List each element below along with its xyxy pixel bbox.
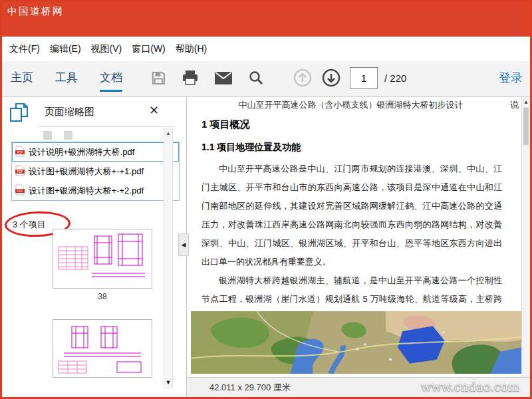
page-dimensions-label: 42.011 x 29.700 厘米 <box>209 382 291 394</box>
toolbar-icons <box>151 70 264 86</box>
paragraph-1: 中山至开平高速公路是中山、江门两市规划的连接港澳、深圳、中山、江门主城区、开平市… <box>201 160 502 271</box>
doc-scroll-up-icon[interactable]: ▲ <box>522 99 530 105</box>
file-name: 设计图+银洲湖特大桥+-+1.pdf <box>29 166 144 178</box>
file-name: 设计说明+银洲湖特大桥.pdf <box>29 146 134 158</box>
menu-help[interactable]: 帮助(H) <box>176 43 207 55</box>
collapse-panel-button[interactable]: ◀ <box>178 233 189 256</box>
map-image <box>191 311 521 374</box>
site-watermark-top: 中国道桥网 <box>7 5 64 18</box>
scrollbar-thumb[interactable] <box>523 108 529 145</box>
page-total-label: / 220 <box>384 72 406 84</box>
svg-text:PDF: PDF <box>17 170 23 173</box>
close-icon[interactable]: ✕ <box>149 103 159 118</box>
save-icon[interactable] <box>151 70 166 86</box>
menu-file[interactable]: 文件(F) <box>9 43 40 55</box>
menu-view[interactable]: 视图(V) <box>91 43 122 55</box>
file-list: PDF 设计说明+银洲湖特大桥.pdf PDF 设计图+银洲湖特大桥+-+1.p… <box>11 142 180 201</box>
title-bar: 中国道桥网 <box>2 2 530 37</box>
pdf-icon: PDF <box>15 146 25 159</box>
app-window: 中国道桥网 文件(F) 编辑(E) 视图(V) 窗口(W) 帮助(H) 主页 工… <box>0 0 532 399</box>
document-view: 中山至开平高速公路（含小榄支线）银洲湖特大桥初步设计 说 1 项目概况 1.1 … <box>188 97 530 377</box>
thumbnail-page-number: 38 <box>53 292 152 301</box>
svg-text:PDF: PDF <box>17 150 23 154</box>
search-icon[interactable] <box>248 70 264 86</box>
running-header: 中山至开平高速公路（含小榄支线）银洲湖特大桥初步设计 <box>200 99 502 111</box>
scroll-down-icon[interactable]: ▼ <box>164 379 172 386</box>
previous-page-icon[interactable] <box>293 68 312 90</box>
section-heading: 1 项目概况 <box>201 118 250 131</box>
main-toolbar: 主页 工具 文档 / 220 登录 <box>2 61 530 97</box>
file-list-item[interactable]: PDF 设计说明+银洲湖特大桥.pdf <box>12 142 179 162</box>
pdf-icon: PDF <box>15 165 25 178</box>
menu-bar: 文件(F) 编辑(E) 视图(V) 窗口(W) 帮助(H) <box>2 37 530 61</box>
menu-window[interactable]: 窗口(W) <box>132 43 166 55</box>
subsection-heading: 1.1 项目地理位置及功能 <box>201 142 301 154</box>
page-number-input[interactable] <box>350 67 378 89</box>
workspace: 页面缩略图 ✕ PDF 设计说明+银洲湖特大桥.pdf PDF 设计图+银洲湖特… <box>2 97 530 397</box>
tab-tools[interactable]: 工具 <box>55 70 78 92</box>
pdf-icon: PDF <box>15 184 25 198</box>
menu-edit[interactable]: 编辑(E) <box>50 43 81 55</box>
file-list-item[interactable]: PDF 设计图+银洲湖特大桥+-+2.pdf <box>12 181 179 200</box>
next-page-icon[interactable] <box>322 68 340 90</box>
svg-text:PDF: PDF <box>17 189 23 192</box>
page-thumbnail-partial[interactable] <box>53 319 152 378</box>
scroll-up-icon[interactable]: ▲ <box>164 130 172 136</box>
item-count: 3 个项目 <box>13 219 46 231</box>
site-watermark-bottom: www.cndao.com <box>421 380 519 394</box>
collapse-arrow-icon: ◀ <box>182 241 186 248</box>
page-thumbnails-icon[interactable] <box>9 102 29 126</box>
document-scrollbar[interactable]: ▲ <box>521 97 530 377</box>
body-text: 中山至开平高速公路是中山、江门两市规划的连接港澳、深圳、中山、江门主城区、开平市… <box>201 160 502 327</box>
login-link[interactable]: 登录 <box>499 70 523 86</box>
panel-divider <box>39 126 176 127</box>
toolbar-tabs: 主页 工具 文档 <box>11 70 122 92</box>
running-header-right: 说 <box>510 99 519 111</box>
print-icon[interactable] <box>182 70 199 86</box>
tab-home[interactable]: 主页 <box>11 70 33 92</box>
page-thumbnail-38[interactable] <box>53 229 152 289</box>
thumbnails-panel: 页面缩略图 ✕ PDF 设计说明+银洲湖特大桥.pdf PDF 设计图+银洲湖特… <box>2 97 187 397</box>
tab-document[interactable]: 文档 <box>100 70 122 92</box>
file-list-item[interactable]: PDF 设计图+银洲湖特大桥+-+1.pdf <box>12 162 179 181</box>
file-name: 设计图+银洲湖特大桥+-+2.pdf <box>29 185 144 197</box>
sidebar-scrollbar[interactable]: ▲ ▼ <box>164 128 173 388</box>
panel-title: 页面缩略图 <box>45 106 94 118</box>
obscured-panel-icons <box>43 131 72 140</box>
email-icon[interactable] <box>214 71 233 85</box>
